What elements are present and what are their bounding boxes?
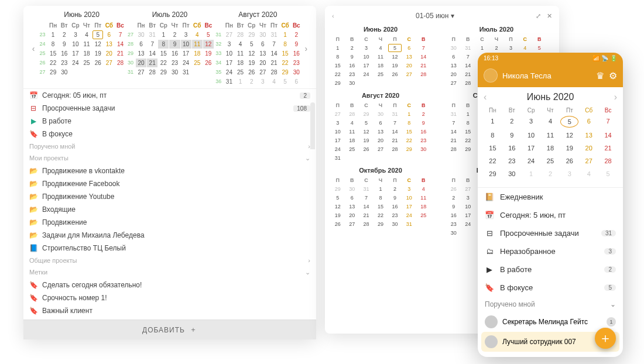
calendar-day[interactable]: 3: [560, 169, 578, 179]
calendar-day[interactable]: 1: [280, 30, 290, 39]
calendar-day[interactable]: 6: [580, 116, 598, 128]
calendar-day[interactable]: 1: [48, 30, 59, 39]
calendar-day[interactable]: 31: [402, 220, 416, 228]
calendar-day[interactable]: 27: [136, 68, 146, 77]
calendar-day[interactable]: 2: [246, 77, 257, 86]
next-month-button[interactable]: ›: [614, 92, 617, 102]
calendar-day[interactable]: 22: [158, 59, 169, 67]
project-row[interactable]: 📘Строительство ТЦ Белый: [23, 242, 316, 255]
calendar-day[interactable]: 13: [258, 49, 268, 58]
calendar-day[interactable]: 3: [331, 119, 344, 127]
project-row[interactable]: 📂Продвижение Facebook: [23, 177, 316, 190]
calendar-day[interactable]: 22: [280, 59, 290, 67]
menu-row[interactable]: 🗂Неразобранное3: [478, 242, 623, 260]
calendar-day[interactable]: 3: [181, 30, 191, 39]
calendar-day[interactable]: 27: [461, 185, 474, 193]
calendar-day[interactable]: 11: [235, 49, 246, 58]
calendar-day[interactable]: 1: [522, 169, 540, 179]
calendar-day[interactable]: 4: [345, 119, 358, 127]
calendar-day[interactable]: [81, 68, 92, 77]
calendar-day[interactable]: 1: [331, 44, 344, 52]
calendar-day[interactable]: 13: [580, 130, 598, 140]
calendar-day[interactable]: [461, 229, 474, 237]
calendar-day[interactable]: 30: [345, 79, 358, 87]
calendar-day[interactable]: 16: [388, 202, 402, 211]
calendar-day[interactable]: 18: [542, 143, 560, 153]
calendar-day[interactable]: 17: [181, 49, 191, 58]
calendar-day[interactable]: 21: [359, 211, 373, 219]
calendar-day[interactable]: [93, 68, 103, 77]
calendar-day[interactable]: 19: [359, 136, 373, 145]
calendar-day[interactable]: 27: [104, 59, 114, 67]
calendar-day[interactable]: 12: [560, 130, 578, 140]
project-row[interactable]: 📂Задачи для Михаила Лебедева: [23, 229, 316, 242]
calendar-day[interactable]: 5: [533, 44, 546, 52]
calendar-day[interactable]: 20: [580, 143, 598, 153]
section-shared[interactable]: Общие проекты ›: [23, 255, 316, 266]
calendar-day[interactable]: 15: [48, 49, 59, 58]
menu-row[interactable]: 📔Ежедневник: [478, 188, 623, 206]
calendar-day[interactable]: 31: [331, 154, 344, 162]
calendar-day[interactable]: 28: [115, 59, 125, 67]
calendar-day[interactable]: 23: [345, 70, 358, 78]
calendar-day[interactable]: 28: [147, 68, 157, 77]
add-button[interactable]: ДОБАВИТЬ ＋: [23, 320, 316, 339]
calendar-day[interactable]: 23: [388, 211, 402, 219]
chevron-left-icon[interactable]: ‹: [332, 12, 334, 19]
calendar-day[interactable]: 15: [280, 49, 290, 58]
calendar-day[interactable]: 19: [560, 143, 578, 153]
calendar-day[interactable]: 2: [345, 44, 358, 52]
calendar-day[interactable]: 8: [374, 194, 387, 202]
calendar-day[interactable]: 24: [331, 145, 344, 153]
calendar-day[interactable]: 6: [402, 44, 416, 52]
calendar-day[interactable]: 17: [522, 143, 540, 153]
calendar-day[interactable]: 29: [246, 30, 257, 39]
calendar-day[interactable]: [522, 181, 540, 185]
calendar-day[interactable]: 9: [291, 40, 302, 49]
calendar-day[interactable]: 11: [374, 53, 387, 61]
calendar-day[interactable]: 28: [388, 145, 402, 153]
calendar-day[interactable]: 1: [484, 116, 502, 128]
calendar-day[interactable]: 17: [224, 59, 234, 67]
calendar-day[interactable]: 25: [542, 156, 560, 166]
calendar-day[interactable]: 31: [461, 44, 474, 52]
calendar-day[interactable]: 15: [331, 61, 344, 70]
calendar-day[interactable]: 26: [447, 185, 460, 193]
calendar-day[interactable]: 4: [518, 44, 532, 52]
calendar-day[interactable]: 5: [560, 116, 578, 128]
calendar-day[interactable]: 31: [388, 110, 402, 118]
calendar-day[interactable]: 5: [93, 30, 103, 39]
calendar-day[interactable]: 21: [269, 59, 279, 67]
calendar-day[interactable]: 25: [192, 59, 203, 67]
dropdown-icon[interactable]: ▾: [451, 12, 454, 20]
calendar-day[interactable]: 18: [192, 49, 203, 58]
calendar-day[interactable]: 30: [291, 68, 302, 77]
calendar-day[interactable]: 29: [461, 145, 474, 153]
calendar-day[interactable]: [374, 79, 387, 87]
calendar-day[interactable]: 7: [461, 53, 474, 61]
calendar-day[interactable]: 26: [246, 68, 257, 77]
calendar-day[interactable]: 14: [417, 53, 430, 61]
calendar-day[interactable]: 27: [402, 70, 416, 78]
calendar-day[interactable]: 3: [461, 194, 474, 202]
calendar-day[interactable]: 20: [447, 70, 460, 78]
calendar-day[interactable]: [417, 220, 430, 228]
project-row[interactable]: 📂Входящие: [23, 203, 316, 216]
calendar-day[interactable]: 7: [147, 40, 157, 49]
calendar-day[interactable]: 29: [374, 220, 387, 228]
calendar-day[interactable]: 2: [489, 44, 503, 52]
calendar-day[interactable]: 16: [291, 49, 302, 58]
calendar-day[interactable]: 7: [115, 30, 125, 39]
calendar-day[interactable]: 18: [81, 49, 92, 58]
calendar-day[interactable]: 6: [258, 40, 268, 49]
calendar-day[interactable]: 28: [235, 30, 246, 39]
calendar-day[interactable]: [359, 154, 373, 162]
section-assigned[interactable]: Поручено мной⌄: [478, 297, 623, 312]
calendar-day[interactable]: 13: [402, 53, 416, 61]
calendar-day[interactable]: 5: [599, 169, 617, 179]
calendar-day[interactable]: 9: [169, 40, 180, 49]
calendar-day[interactable]: 29: [359, 110, 373, 118]
calendar-day[interactable]: 24: [359, 70, 373, 78]
calendar-day[interactable]: 7: [599, 116, 617, 128]
calendar-day[interactable]: 31: [224, 77, 234, 86]
